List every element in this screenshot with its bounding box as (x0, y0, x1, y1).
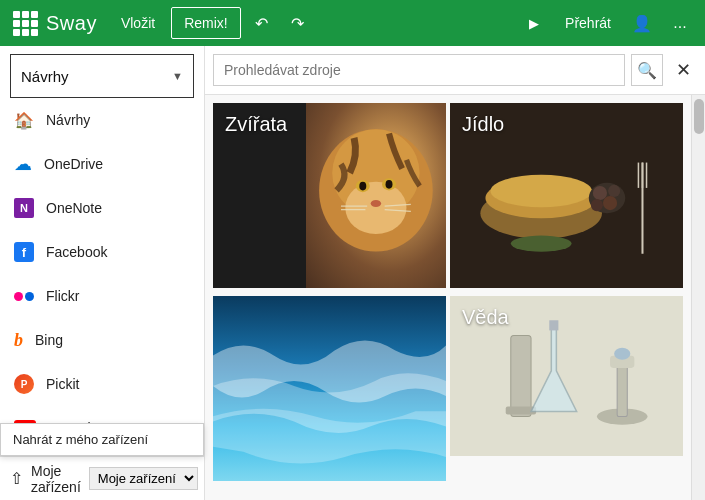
svg-point-19 (608, 185, 620, 197)
app-logo: Sway (46, 12, 97, 35)
sidebar-item-label: Návrhy (46, 112, 90, 128)
svg-rect-28 (511, 335, 531, 416)
remix-button[interactable]: Remix! (171, 7, 241, 39)
undo-redo-group: ↶ ↷ (245, 6, 315, 40)
grid-cell-ocean[interactable] (213, 296, 446, 481)
sidebar-item-label: OneNote (46, 200, 102, 216)
svg-point-21 (591, 199, 603, 211)
upload-tooltip: Nahrát z mého zařízení (0, 423, 204, 456)
scroll-thumb (694, 99, 704, 134)
upload-footer[interactable]: ⇧ Moje zařízení Moje zařízení (0, 456, 204, 500)
tiger-image (306, 103, 446, 288)
sidebar-item-pickit[interactable]: P Pickit (0, 362, 204, 406)
upload-tooltip-text: Nahrát z mého zařízení (13, 432, 148, 447)
onedrive-icon: ☁ (14, 153, 32, 175)
app-grid-button[interactable] (8, 6, 42, 40)
sidebar-item-label: Bing (35, 332, 63, 348)
more-button[interactable]: ... (663, 6, 697, 40)
upload-device-select[interactable]: Moje zařízení (89, 467, 198, 490)
tiger-stripes-svg (306, 103, 446, 265)
pickit-icon: P (14, 374, 34, 394)
flickr-icon (14, 292, 34, 301)
sidebar-item-label: Flickr (46, 288, 79, 304)
navrhy-icon: 🏠 (14, 111, 34, 130)
svg-point-4 (359, 182, 366, 191)
upload-label: Moje zařízení (31, 463, 81, 495)
chevron-down-icon: ▼ (172, 70, 183, 82)
bing-icon: b (14, 330, 23, 351)
upload-icon: ⇧ (10, 467, 23, 491)
grid-cell-science[interactable]: Věda (450, 296, 683, 456)
sidebar-item-onenote[interactable]: N OneNote (0, 186, 204, 230)
sidebar-item-label: Facebook (46, 244, 107, 260)
science-label: Věda (462, 306, 509, 329)
svg-point-20 (603, 196, 617, 210)
search-input[interactable] (213, 54, 625, 86)
sidebar-item-bing[interactable]: b Bing (0, 318, 204, 362)
grid-cell-food[interactable]: Jídlo (450, 103, 683, 288)
search-button[interactable]: 🔍 (631, 54, 663, 86)
svg-point-2 (346, 182, 407, 234)
dropdown-label: Návrhy (21, 68, 69, 85)
animals-label: Zvířata (225, 113, 287, 136)
close-button[interactable]: ✕ (669, 56, 697, 84)
sidebar-list: 🏠 Návrhy ☁ OneDrive N OneNote f Facebook (0, 106, 204, 456)
play-icon-button[interactable]: ▶ (517, 6, 551, 40)
sidebar-item-onedrive[interactable]: ☁ OneDrive (0, 142, 204, 186)
toolbar: Sway Vložit Remix! ↶ ↷ ▶ Přehrát 👤 ... (0, 0, 705, 46)
grid-cell-animals[interactable]: Zvířata (213, 103, 446, 288)
sidebar-item-flickr[interactable]: Flickr (0, 274, 204, 318)
svg-point-7 (371, 200, 381, 207)
sidebar-item-label: OneDrive (44, 156, 103, 172)
undo-button[interactable]: ↶ (245, 6, 279, 40)
svg-point-16 (511, 236, 572, 252)
svg-point-15 (491, 175, 592, 207)
content-area: Návrhy ▼ 🏠 Návrhy ☁ OneDrive N OneNote f (0, 46, 705, 500)
svg-point-6 (386, 180, 393, 189)
facebook-icon: f (14, 242, 34, 262)
play-button[interactable]: Přehrát (555, 7, 621, 39)
sidebar-item-label: Pickit (46, 376, 79, 392)
onenote-icon: N (14, 198, 34, 218)
scrollbar[interactable] (691, 95, 705, 500)
account-button[interactable]: 👤 (625, 6, 659, 40)
source-dropdown[interactable]: Návrhy ▼ (10, 54, 194, 98)
food-label: Jídlo (462, 113, 504, 136)
sidebar-item-facebook[interactable]: f Facebook (0, 230, 204, 274)
redo-button[interactable]: ↷ (281, 6, 315, 40)
sidebar-item-navrhy[interactable]: 🏠 Návrhy (0, 106, 204, 142)
search-bar: 🔍 ✕ (205, 46, 705, 95)
grid-icon (13, 11, 38, 36)
svg-point-34 (614, 347, 630, 359)
image-grid: Zvířata (205, 95, 691, 500)
insert-button[interactable]: Vložit (109, 7, 167, 39)
left-panel: Návrhy ▼ 🏠 Návrhy ☁ OneDrive N OneNote f (0, 46, 205, 500)
svg-rect-30 (549, 320, 558, 330)
svg-point-18 (593, 186, 607, 200)
ocean-svg (213, 296, 446, 481)
right-panel: 🔍 ✕ (205, 46, 705, 500)
